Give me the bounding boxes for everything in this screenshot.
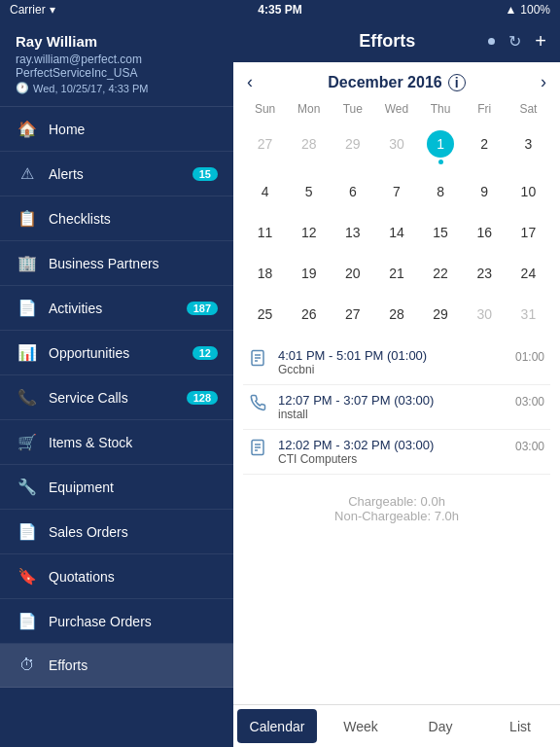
day-num: 30 (471, 301, 498, 328)
day-num: 4 (252, 178, 279, 205)
cal-cell-r3c5[interactable]: 23 (463, 253, 507, 294)
cal-cell-r3c2[interactable]: 20 (331, 253, 374, 294)
clock-icon: 🕐 (16, 82, 29, 94)
events-section: 4:01 PM - 5:01 PM (01:00)Gccbni01:0012:0… (233, 335, 560, 484)
sidebar-item-label-opportunities: Opportunities (49, 345, 192, 361)
sidebar-item-sales-orders[interactable]: 📄Sales Orders (0, 510, 233, 554)
next-month-button[interactable]: › (541, 72, 546, 92)
cal-cell-r1c1[interactable]: 5 (287, 171, 331, 212)
tab-week[interactable]: Week (321, 705, 401, 747)
day-num: 7 (383, 178, 410, 205)
cal-cell-r3c4[interactable]: 22 (419, 253, 463, 294)
sidebar-item-equipment[interactable]: 🔧Equipment (0, 465, 233, 510)
user-org: PerfectServiceInc_USA (16, 66, 218, 80)
business-partners-icon: 🏢 (16, 254, 39, 272)
cal-cell-r3c3[interactable]: 21 (374, 253, 418, 294)
cal-cell-r1c0[interactable]: 4 (243, 171, 287, 212)
cal-cell-r2c4[interactable]: 15 (419, 212, 463, 253)
sidebar-item-quotations[interactable]: 🔖Quotations (0, 554, 233, 599)
event-duration-2: 03:00 (506, 438, 544, 453)
signal-icon: ▲ (505, 3, 516, 17)
cal-cell-r0c4[interactable]: 1 (419, 124, 463, 171)
cal-cell-r1c5[interactable]: 9 (463, 171, 507, 212)
cal-cell-r2c1[interactable]: 12 (287, 212, 331, 253)
sidebar-item-items-stock[interactable]: 🛒Items & Stock (0, 420, 233, 465)
day-name-mon: Mon (287, 98, 331, 120)
cal-cell-r3c1[interactable]: 19 (287, 253, 331, 294)
checklists-icon: 📋 (16, 209, 39, 228)
cal-cell-r4c3[interactable]: 28 (374, 294, 418, 335)
event-name-2: CTI Computers (278, 452, 498, 466)
add-icon[interactable]: + (535, 30, 546, 53)
user-email: ray.william@perfect.com (16, 53, 218, 66)
event-item-0[interactable]: 4:01 PM - 5:01 PM (01:00)Gccbni01:00 (243, 340, 550, 385)
day-num: 2 (471, 130, 498, 158)
badge-service-calls: 128 (187, 391, 218, 405)
carrier-label: Carrier (10, 3, 46, 17)
sidebar-item-label-business-partners: Business Partners (49, 256, 218, 271)
sidebar-item-label-items-stock: Items & Stock (49, 435, 218, 450)
tab-bar: CalendarWeekDayList (233, 704, 560, 747)
cal-cell-r0c2[interactable]: 29 (331, 124, 374, 171)
cal-cell-r1c2[interactable]: 6 (331, 171, 374, 212)
tab-list[interactable]: List (480, 705, 560, 747)
day-num: 22 (427, 260, 454, 287)
sidebar-item-checklists[interactable]: 📋Checklists (0, 196, 233, 241)
cal-cell-r1c6[interactable]: 10 (507, 171, 550, 212)
prev-month-button[interactable]: ‹ (247, 72, 253, 92)
cal-cell-r4c1[interactable]: 26 (287, 294, 331, 335)
sidebar-item-label-checklists: Checklists (49, 211, 218, 227)
cal-cell-r0c5[interactable]: 2 (463, 124, 507, 171)
cal-cell-r2c0[interactable]: 11 (243, 212, 287, 253)
cal-cell-r4c0[interactable]: 25 (243, 294, 287, 335)
cal-cell-r0c1[interactable]: 28 (287, 124, 331, 171)
cal-cell-r0c6[interactable]: 3 (507, 124, 550, 171)
cal-cell-r1c3[interactable]: 7 (374, 171, 418, 212)
sidebar-item-service-calls[interactable]: 📞Service Calls128 (0, 375, 233, 420)
sidebar-item-opportunities[interactable]: 📊Opportunities12 (0, 331, 233, 375)
status-dot (488, 38, 495, 45)
event-item-2[interactable]: 12:02 PM - 3:02 PM (03:00)CTI Computers0… (243, 430, 550, 475)
cal-cell-r4c6[interactable]: 31 (507, 294, 550, 335)
day-name-fri: Fri (463, 98, 507, 120)
day-num: 28 (383, 301, 410, 328)
phone-icon (249, 394, 270, 415)
tab-day[interactable]: Day (401, 705, 480, 747)
cal-cell-r0c3[interactable]: 30 (374, 124, 418, 171)
event-item-1[interactable]: 12:07 PM - 3:07 PM (03:00)install03:00 (243, 385, 550, 430)
day-num: 10 (514, 178, 542, 205)
day-num: 26 (296, 301, 323, 328)
cal-cell-r2c3[interactable]: 14 (374, 212, 418, 253)
cal-cell-r2c6[interactable]: 17 (507, 212, 550, 253)
sidebar-item-purchase-orders[interactable]: 📄Purchase Orders (0, 599, 233, 644)
day-num: 24 (514, 260, 542, 287)
sidebar-item-label-home: Home (49, 122, 218, 137)
sidebar-item-alerts[interactable]: ⚠Alerts15 (0, 152, 233, 196)
status-bar-left: Carrier ▾ (10, 3, 55, 17)
sidebar-item-business-partners[interactable]: 🏢Business Partners (0, 241, 233, 286)
cal-cell-r3c6[interactable]: 24 (507, 253, 550, 294)
sidebar-item-activities[interactable]: 📄Activities187 (0, 286, 233, 331)
cal-cell-r4c2[interactable]: 27 (331, 294, 374, 335)
cal-cell-r4c4[interactable]: 29 (419, 294, 463, 335)
badge-activities: 187 (187, 302, 218, 315)
day-name-tue: Tue (331, 98, 374, 120)
day-num: 19 (296, 260, 323, 287)
cal-cell-r4c5[interactable]: 30 (463, 294, 507, 335)
sidebar-item-home[interactable]: 🏠Home (0, 107, 233, 152)
month-title: December 2016 i (328, 74, 465, 91)
calendar-container: ‹ December 2016 i › SunMonTueWedThuFriSa… (233, 62, 560, 704)
cal-cell-r2c2[interactable]: 13 (331, 212, 374, 253)
cal-cell-r3c0[interactable]: 18 (243, 253, 287, 294)
tab-calendar[interactable]: Calendar (237, 709, 317, 743)
cal-cell-r1c4[interactable]: 8 (419, 171, 463, 212)
cal-cell-r0c0[interactable]: 27 (243, 124, 287, 171)
event-content-1: 12:07 PM - 3:07 PM (03:00)install (278, 393, 498, 421)
sidebar-item-efforts[interactable]: ⏱Efforts (0, 644, 233, 688)
day-num: 20 (339, 260, 367, 287)
month-nav: ‹ December 2016 i › (233, 62, 560, 98)
cal-cell-r2c5[interactable]: 16 (463, 212, 507, 253)
day-num: 3 (514, 130, 542, 158)
refresh-icon[interactable]: ↻ (508, 32, 521, 51)
info-icon[interactable]: i (448, 74, 466, 91)
